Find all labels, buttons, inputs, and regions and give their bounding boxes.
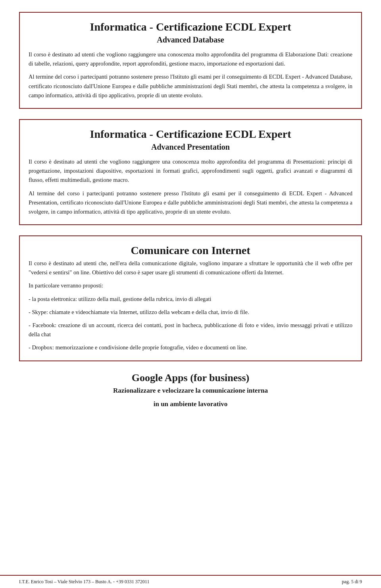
section3-body: Il corso è destinato ad utenti che, nell… — [29, 259, 352, 353]
section2-para2: Al termine del corso i partecipanti potr… — [29, 189, 352, 217]
section1-para1: Il corso è destinato ad utenti che vogli… — [29, 50, 352, 68]
section2-title-main: Informatica - Certificazione ECDL Expert — [29, 127, 352, 141]
section1-body: Il corso è destinato ad utenti che vogli… — [29, 50, 352, 100]
section2-para1: Il corso è destinato ad utenti che vogli… — [29, 157, 352, 185]
section3-title-main: Comunicare con Internet — [29, 243, 352, 257]
section2-body: Il corso è destinato ad utenti che vogli… — [29, 157, 352, 216]
section-advanced-presentation: Informatica - Certificazione ECDL Expert… — [19, 119, 362, 225]
footer-right: pag. 5 di 9 — [342, 579, 362, 585]
section4-title-sub1: Razionalizzare e velocizzare la comunica… — [19, 387, 362, 395]
footer-left: I.T.E. Enrico Tosi – Viale Stelvio 173 –… — [19, 579, 149, 585]
section3-item-0: - la posta elettronica: utilizzo della m… — [29, 295, 352, 304]
section3-para1: Il corso è destinato ad utenti che, nell… — [29, 259, 352, 277]
section-advanced-database: Informatica - Certificazione ECDL Expert… — [19, 12, 362, 109]
section-comunicare-internet: Comunicare con Internet Il corso è desti… — [19, 235, 362, 361]
section3-item-3: - Dropbox: memorizzazione e condivisione… — [29, 343, 352, 352]
section1-title-sub: Advanced Database — [29, 35, 352, 44]
section4-title-main: Google Apps (for business) — [19, 372, 362, 385]
section3-item-1: - Skype: chiamate e videochiamate via In… — [29, 308, 352, 317]
section3-item-2: - Facebook: creazione di un account, ric… — [29, 321, 352, 339]
section1-title-main: Informatica - Certificazione ECDL Expert — [29, 20, 352, 34]
section4-title-sub2: in un ambiente lavorativo — [19, 400, 362, 408]
section-google-apps: Google Apps (for business) Razionalizzar… — [19, 372, 362, 409]
section2-title-sub: Advanced Presentation — [29, 143, 352, 152]
page-footer: I.T.E. Enrico Tosi – Viale Stelvio 173 –… — [0, 575, 381, 588]
section1-para2: Al termine del corso i partecipanti potr… — [29, 72, 352, 100]
section3-para2: In particolare verranno proposti: — [29, 281, 352, 290]
